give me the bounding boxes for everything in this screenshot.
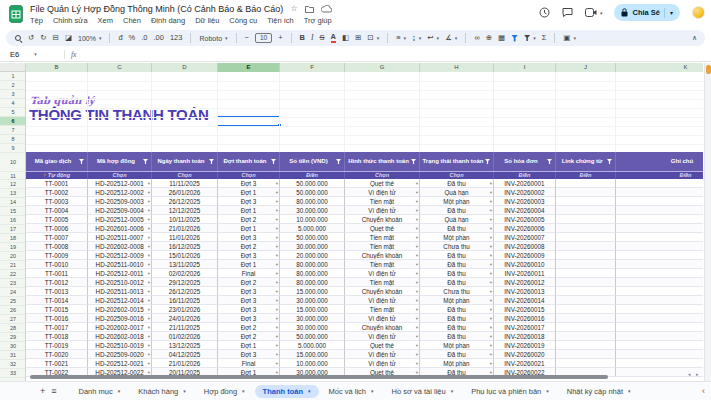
cell-r13-c8[interactable]: INV-20260002 [494,188,556,197]
cell-r14-c6[interactable]: Tiền mặt▾ [345,197,420,206]
cell-r13-c10[interactable] [616,188,703,197]
cell-dropdown-icon[interactable]: ▾ [490,179,492,188]
column-title-10[interactable]: Ghi chú [616,152,703,171]
sheet-tab-mốc-và-lịch[interactable]: Mốc và lịch▾ [321,385,382,398]
decrease-decimal-icon[interactable]: .0 [141,34,147,42]
row-header-12[interactable]: 12 [0,180,26,189]
cell-r29-c5[interactable]: 50.000.000 [280,332,345,341]
cell-r21-c3[interactable]: 13/11/2025 [152,260,218,269]
cell-r23-c6[interactable]: Tiền mặt▾ [345,278,420,287]
cell-dropdown-icon[interactable]: ▾ [148,341,150,350]
cell-r19-c8[interactable]: INV-20260008 [494,242,556,251]
cell-dropdown-icon[interactable]: ▾ [416,260,418,269]
add-sheet-icon[interactable]: + [40,386,45,396]
cell-r12-c2[interactable]: HD-202512-0001▾ [88,179,152,188]
cell-r26-c4[interactable]: Đợt 3▾ [218,305,280,314]
cell-r25-c7[interactable]: Một phần▾ [420,296,494,305]
column-title-7[interactable]: Trạng thái thanh toán [420,152,494,171]
cell-r31-c9[interactable] [556,350,616,359]
column-header-H[interactable]: H [420,63,494,72]
cell-r22-c1[interactable]: TT-0011 [26,269,88,278]
cell-r32-c9[interactable] [556,359,616,368]
horizontal-scroll-arrows[interactable]: ◂ ▸ [688,371,700,377]
cell-r25-c2[interactable]: HD-202512-0014▾ [88,296,152,305]
cell-dropdown-icon[interactable]: ▾ [276,287,278,296]
cell-r23-c5[interactable]: 80.000.000 [280,278,345,287]
cell-r21-c2[interactable]: HD-202511-0010▾ [88,260,152,269]
increase-font-icon[interactable]: + [278,34,282,42]
share-caret-icon[interactable]: ▾ [664,8,673,18]
cell-dropdown-icon[interactable]: ▾ [416,224,418,233]
header-filter-icon[interactable] [485,159,490,164]
row-header-5[interactable]: 5 [0,108,26,117]
cell-r14-c3[interactable]: 26/12/2025 [152,197,218,206]
text-wrap-icon[interactable]: ↩▾ [427,34,439,42]
cell-r28-c1[interactable]: TT-0017 [26,323,88,332]
cell-r25-c1[interactable]: TT-0014 [26,296,88,305]
sheet-tab-hồ-sơ-và-tài-liệu[interactable]: Hồ sơ và tài liệu▾ [384,385,462,398]
cell-r20-c9[interactable] [556,251,616,260]
cell-r24-c4[interactable]: Đợt 3▾ [218,287,280,296]
cell-dropdown-icon[interactable]: ▾ [490,269,492,278]
print-icon[interactable]: ⊟ [53,34,59,42]
cell-r26-c5[interactable]: 15.000.000 [280,305,345,314]
cell-r19-c7[interactable]: Chưa thu▾ [420,242,494,251]
cell-r19-c5[interactable]: 30.000.000 [280,242,345,251]
row-header-27[interactable]: 27 [0,315,26,324]
cell-dropdown-icon[interactable]: ▾ [148,197,150,206]
cell-r25-c9[interactable] [556,296,616,305]
bold-icon[interactable]: B [300,34,305,42]
menu-định-dạng[interactable]: Định dạng [151,16,185,25]
header-filter-icon[interactable] [271,159,276,164]
row-header-7[interactable]: 7 [0,126,26,135]
cell-r28-c10[interactable] [616,323,703,332]
cell-r22-c3[interactable]: 02/02/2026 [152,269,218,278]
cell-r27-c4[interactable]: Đợt 3▾ [218,314,280,323]
cell-dropdown-icon[interactable]: ▾ [276,332,278,341]
cell-r29-c9[interactable] [556,332,616,341]
functions-sigma-icon[interactable]: Σ [542,34,547,42]
cell-r28-c8[interactable]: INV-20260017 [494,323,556,332]
redo-icon[interactable]: ↻ [40,34,46,42]
cell-r16-c7[interactable]: Quá hạn▾ [420,215,494,224]
cell-r20-c5[interactable]: 20.000.000 [280,251,345,260]
paint-format-icon[interactable]: ◪ [65,34,72,42]
cell-r13-c6[interactable]: Ví điện tử▾ [345,188,420,197]
cell-r12-c6[interactable]: Quẹt thẻ▾ [345,179,420,188]
all-sheets-icon[interactable]: ≡ [51,386,56,396]
column-header-C[interactable]: C [88,63,152,72]
cell-r28-c2[interactable]: HD-202602-0017▾ [88,323,152,332]
cell-dropdown-icon[interactable]: ▾ [416,359,418,368]
cell-dropdown-icon[interactable]: ▾ [416,305,418,314]
cell-dropdown-icon[interactable]: ▾ [276,188,278,197]
cell-r28-c3[interactable]: 21/11/2025 [152,323,218,332]
history-icon[interactable] [539,7,550,18]
row-header-15[interactable]: 15 [0,207,26,216]
cell-r16-c5[interactable]: 10.000.000 [280,215,345,224]
cell-dropdown-icon[interactable]: ▾ [276,179,278,188]
menu-công-cụ[interactable]: Công cụ [229,16,257,25]
cell-dropdown-icon[interactable]: ▾ [148,296,150,305]
cell-dropdown-icon[interactable]: ▾ [490,350,492,359]
cell-r32-c2[interactable]: HD-202512-0021▾ [88,359,152,368]
cell-r13-c7[interactable]: Quá hạn▾ [420,188,494,197]
cell-r28-c4[interactable]: Đợt 2▾ [218,323,280,332]
text-color-icon[interactable]: A [331,33,336,43]
cell-r20-c2[interactable]: HD-202512-0009▾ [88,251,152,260]
cell-dropdown-icon[interactable]: ▾ [148,287,150,296]
meet-caret-icon[interactable]: ▾ [600,10,603,16]
cell-r31-c7[interactable]: Đã thu▾ [420,350,494,359]
cell-dropdown-icon[interactable]: ▾ [490,305,492,314]
insert-comment-icon[interactable]: ⊕ [486,34,492,42]
row-header-8[interactable]: 8 [0,135,26,144]
cell-r24-c7[interactable]: Chưa thu▾ [420,287,494,296]
cell-r30-c9[interactable] [556,341,616,350]
cell-r26-c6[interactable]: Tiền mặt▾ [345,305,420,314]
cell-r21-c5[interactable]: 80.000.000 [280,260,345,269]
cell-r30-c10[interactable] [616,341,703,350]
cell-dropdown-icon[interactable]: ▾ [416,269,418,278]
cell-r18-c7[interactable]: Một phần▾ [420,233,494,242]
menu-chỉnh-sửa[interactable]: Chỉnh sửa [53,16,88,25]
menu-tiện-ích[interactable]: Tiện ích [267,16,293,25]
column-header-K[interactable]: K [616,63,703,72]
